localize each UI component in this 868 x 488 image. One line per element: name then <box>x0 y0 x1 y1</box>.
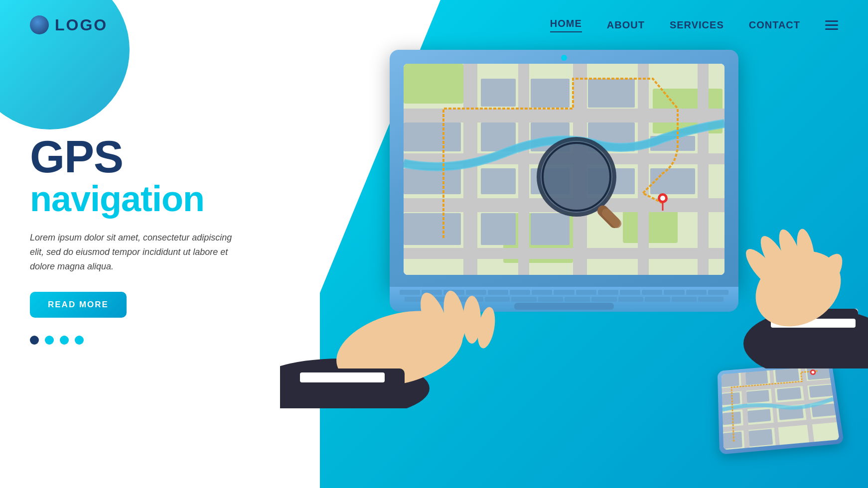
dot-4[interactable] <box>75 336 84 345</box>
header: LOGO HOME ABOUT SERVICES CONTACT <box>0 0 868 50</box>
svg-rect-70 <box>723 411 741 425</box>
dot-1[interactable] <box>30 336 39 345</box>
svg-rect-63 <box>746 390 769 403</box>
main-nav: HOME ABOUT SERVICES CONTACT <box>550 18 838 32</box>
pagination-dots <box>30 336 279 345</box>
svg-rect-21 <box>588 79 635 108</box>
logo-area: LOGO <box>30 15 108 34</box>
hamburger-menu-icon[interactable] <box>825 20 838 30</box>
laptop-camera <box>561 55 567 61</box>
phone-screen <box>722 366 840 450</box>
svg-rect-1 <box>404 64 463 104</box>
svg-rect-12 <box>638 64 649 275</box>
svg-rect-74 <box>723 432 742 449</box>
hero-title-gps: GPS <box>30 134 279 179</box>
svg-rect-44 <box>300 372 385 382</box>
phone-body <box>718 362 844 455</box>
svg-rect-5 <box>404 109 724 122</box>
nav-contact[interactable]: CONTACT <box>749 19 800 31</box>
hero-illustration <box>320 30 868 488</box>
svg-rect-67 <box>722 373 739 387</box>
svg-rect-66 <box>722 392 740 405</box>
svg-rect-75 <box>749 429 773 446</box>
svg-rect-20 <box>531 79 570 108</box>
hero-content: GPS navigation Lorem ipsum dolor sit ame… <box>30 134 279 345</box>
svg-rect-71 <box>747 409 771 423</box>
svg-rect-17 <box>481 168 516 194</box>
svg-rect-64 <box>775 368 800 382</box>
read-more-button[interactable]: READ MORE <box>30 292 127 318</box>
nav-services[interactable]: SERVICES <box>670 19 724 31</box>
svg-rect-65 <box>777 387 801 401</box>
svg-rect-29 <box>481 79 516 107</box>
phone-map-svg <box>722 366 840 450</box>
phone <box>718 362 844 455</box>
svg-rect-15 <box>404 168 461 194</box>
svg-point-33 <box>541 141 612 213</box>
nav-home[interactable]: HOME <box>550 18 582 32</box>
hand-right-icon <box>669 169 868 368</box>
svg-rect-69 <box>809 384 833 397</box>
svg-point-31 <box>660 196 665 201</box>
hand-left-icon <box>280 239 569 408</box>
nav-about[interactable]: ABOUT <box>607 19 645 31</box>
hero-description: Lorem ipsum dolor sit amet, consectetur … <box>30 231 239 273</box>
hero-title-navigation: navigation <box>30 179 279 219</box>
svg-rect-14 <box>404 122 461 151</box>
svg-rect-62 <box>745 370 768 385</box>
magnifier-icon <box>529 129 639 254</box>
dot-2[interactable] <box>45 336 54 345</box>
logo-text: LOGO <box>55 16 108 34</box>
logo-icon <box>30 15 49 34</box>
dot-3[interactable] <box>60 336 69 345</box>
